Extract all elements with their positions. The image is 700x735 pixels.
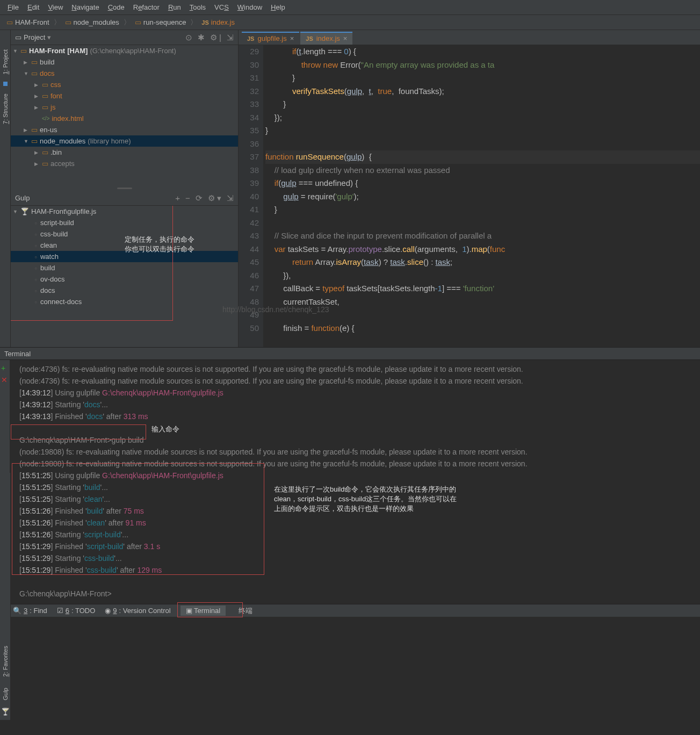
menu-tools[interactable]: Tools	[186, 2, 209, 12]
terminal-ann-input: 输入命令	[151, 424, 179, 434]
gulp-settings[interactable]: ⚙ ▾	[208, 193, 221, 203]
terminal-ann-build: 在这里执行了一次build命令，它会依次执行其任务序列中的clean，scrip…	[274, 485, 521, 514]
close-icon[interactable]: ✕	[1, 374, 8, 386]
code-editor[interactable]: 2930313233343536373839404142434445464748…	[239, 45, 700, 347]
bc-2[interactable]: ▭run-sequence	[133, 18, 189, 26]
menu-edit[interactable]: Edit	[24, 2, 42, 12]
close-icon[interactable]: ×	[290, 34, 294, 42]
bc-0[interactable]: ▭HAM-Front	[4, 18, 52, 26]
add-icon[interactable]: +	[1, 362, 5, 374]
bottom-todo[interactable]: ☑ 6: TODO	[57, 607, 96, 615]
tab-index[interactable]: JSindex.js×	[300, 32, 352, 45]
terminal[interactable]: + ✕ (node:4736) fs: re-evaluating native…	[0, 360, 700, 604]
js-icon: JS	[247, 35, 254, 42]
left-tool-strip: 1: Project 7: Structure	[0, 30, 11, 347]
vtab-favorites[interactable]: 2: Favorites	[1, 643, 10, 680]
project-panel-header: ▭Project ▾ ⊙ ✱ ⚙ | ⇲	[11, 30, 238, 45]
bc-3[interactable]: JSindex.js	[199, 18, 237, 26]
vtab-project[interactable]: 1: Project	[1, 46, 10, 77]
editor-tabs: JSgulpfile.js× JSindex.js×	[239, 30, 700, 45]
breadcrumb: ▭HAM-Front〉 ▭node_modules〉 ▭run-sequence…	[0, 15, 700, 30]
folder-icon: ▭	[135, 18, 141, 26]
tree-row[interactable]: ▼▭node_modules (library home)	[11, 135, 238, 147]
gulp-refresh[interactable]: ⟳	[196, 193, 203, 203]
project-panel-title: Project	[24, 33, 45, 41]
tree-row[interactable]: ▶▭font	[11, 90, 238, 102]
tree-row[interactable]: ▶▭build	[11, 56, 238, 68]
menubar: File Edit View Navigate Code Refactor Ru…	[0, 0, 700, 15]
gulp-task[interactable]: ◦build	[11, 262, 238, 273]
gulp-tree[interactable]: ▼🍸HAM-Front\gulpfile.js ◦script-build◦cs…	[11, 206, 238, 347]
folder-icon: ▭	[6, 18, 13, 26]
gulp-icon: 🍸	[1, 708, 10, 716]
gulp-task[interactable]: ◦ov-docs	[11, 273, 238, 285]
gulp-panel-header: Gulp + − ⟳ ⚙ ▾ ⇲	[11, 191, 238, 206]
folder-icon: ▭	[65, 18, 71, 26]
tree-row[interactable]: ▶▭accepts	[11, 158, 238, 169]
tool-scroll[interactable]: ⇲	[227, 33, 234, 42]
bc-1[interactable]: ▭node_modules	[63, 18, 121, 26]
js-icon: JS	[306, 35, 313, 42]
tree-row[interactable]: ▼▭docs	[11, 68, 238, 79]
vtab-gulp[interactable]: Gulp	[1, 684, 10, 703]
menu-help[interactable]: Help	[268, 2, 288, 12]
js-icon: JS	[201, 19, 208, 26]
gulp-remove[interactable]: −	[185, 193, 190, 203]
menu-window[interactable]: Window	[234, 2, 265, 12]
watermark: http://blog.csdn.net/chenqk_123	[222, 305, 329, 314]
menu-vcs[interactable]: VCS	[211, 2, 232, 12]
project-icon: ▭	[15, 33, 21, 41]
tool-collapse[interactable]: ✱	[198, 33, 205, 42]
gulp-panel-title: Gulp	[15, 194, 30, 202]
bottom-extra: 终端	[239, 606, 252, 616]
gulp-hide[interactable]: ⇲	[227, 193, 234, 203]
bottom-bar: 🔍 3: Find ☑ 6: TODO ◉ 9: Version Control…	[0, 604, 700, 617]
tree-row[interactable]: </>index.html	[11, 113, 238, 124]
menu-view[interactable]: View	[45, 2, 66, 12]
tool-settings[interactable]: ⚙ |	[210, 33, 221, 42]
tool-target[interactable]: ⊙	[185, 33, 192, 42]
close-icon[interactable]: ×	[343, 34, 348, 42]
project-tree[interactable]: ▼▭HAM-Front [HAM] (G:\chenqk\app\HAM-Fro…	[11, 45, 238, 186]
gulp-task[interactable]: ◦connect-docs	[11, 296, 238, 307]
tree-row[interactable]: ▶▭css	[11, 79, 238, 90]
menu-code[interactable]: Code	[105, 2, 128, 12]
gulp-task[interactable]: ◦script-build	[11, 217, 238, 228]
tree-row[interactable]: ▶▭js	[11, 102, 238, 113]
gulp-add[interactable]: +	[175, 193, 180, 203]
bottom-vcs[interactable]: ◉ 9: Version Control	[105, 607, 170, 615]
gulpfile-node[interactable]: ▼🍸HAM-Front\gulpfile.js	[11, 206, 238, 217]
tab-gulpfile[interactable]: JSgulpfile.js×	[242, 32, 299, 45]
gulp-task[interactable]: ◦docs	[11, 285, 238, 296]
terminal-header[interactable]: Terminal	[0, 347, 700, 360]
vtab-structure[interactable]: 7: Structure	[1, 90, 10, 127]
tree-row[interactable]: ▶▭.bin	[11, 147, 238, 158]
gulp-icon: 🍸	[20, 207, 29, 215]
tree-row[interactable]: ▶▭en-us	[11, 124, 238, 135]
gulp-annotation: 定制任务，执行的命令你也可以双击执行命令	[125, 235, 194, 254]
tree-root[interactable]: ▼▭HAM-Front [HAM] (G:\chenqk\app\HAM-Fro…	[11, 45, 238, 56]
menu-refactor[interactable]: Refactor	[130, 2, 163, 12]
menu-navigate[interactable]: Navigate	[68, 2, 102, 12]
menu-file[interactable]: File	[4, 2, 22, 12]
left-tool-strip-bottom: 2: Favorites Gulp 🍸	[0, 473, 11, 720]
bottom-terminal[interactable]: ▣ Terminal	[181, 606, 226, 616]
menu-run[interactable]: Run	[165, 2, 184, 12]
bottom-find[interactable]: 🔍 3: Find	[13, 607, 47, 615]
